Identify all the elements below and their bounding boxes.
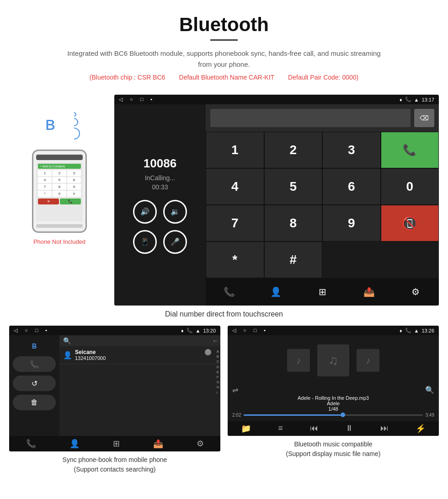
pb-sync-button[interactable]: ↺ — [13, 376, 56, 391]
mute-button[interactable]: 🎤 — [163, 230, 187, 254]
caption-music: Bluetooth music compatible (Support disp… — [286, 440, 381, 459]
phone-screen: + Add to Contacts 1 2 3 4 5 6 7 8 9 * 0 … — [36, 162, 83, 221]
pb-transfer-icon[interactable]: 📤 — [153, 439, 163, 449]
music-screenshot: ◁ ○ □ ▪ ♦ 📞 ▲ 13:26 ♪ ♫ ♪ — [228, 326, 439, 436]
pb-contact-item[interactable]: 👤 Seicane 13241007000 — [59, 346, 220, 364]
transfer-icon[interactable]: 📤 — [360, 283, 378, 301]
phone-key: 6 — [67, 177, 81, 183]
music-ui: ♪ ♫ ♪ ⇌ 🔍 Adele - Rolling In the Deep.mp… — [228, 335, 439, 436]
phone-status-icon: 📞 — [405, 97, 411, 102]
call-number: 10086 — [144, 156, 176, 171]
pb-bottom-bar: 📞 👤 ⊞ 📤 ⚙ — [9, 436, 220, 451]
backspace-button[interactable]: ⌫ — [414, 109, 434, 127]
music-prev-icon[interactable]: ⏮ — [310, 424, 318, 434]
pb-settings-icon[interactable]: ⚙ — [197, 439, 204, 449]
dialpad-input[interactable] — [210, 109, 411, 127]
dial-key-4[interactable]: 4 — [206, 168, 264, 205]
caption-music-line2: (Support display music file name) — [286, 450, 381, 457]
pb-contacts-icon[interactable]: 👤 — [69, 439, 80, 449]
recent-calls-icon[interactable]: 📞 — [220, 283, 238, 301]
back-icon: ◁ — [119, 97, 123, 102]
pb-phone-icon: 📞 — [187, 327, 193, 333]
settings-icon[interactable]: ⚙ — [406, 283, 425, 301]
dial-key-9[interactable]: 9 — [322, 205, 381, 241]
shuffle-icon[interactable]: ⇌ — [232, 386, 238, 394]
music-play-icon[interactable]: ⏸ — [345, 424, 353, 434]
pb-search-bar: 🔍 ← — [59, 335, 220, 346]
contacts-icon[interactable]: 👤 — [267, 283, 285, 301]
subtitle: Integrated with BC6 Bluetooth module, su… — [64, 48, 384, 70]
pb-notif-icon: ▪ — [45, 327, 47, 333]
phone-top-bar — [36, 155, 83, 160]
pb-dialpad-icon[interactable]: ⊞ — [113, 439, 120, 449]
pb-phone-button[interactable]: 📞 — [13, 356, 56, 372]
music-section: ◁ ○ □ ▪ ♦ 📞 ▲ 13:26 ♪ ♫ ♪ — [228, 326, 439, 474]
pb-avatar-icon: 👤 — [63, 351, 72, 359]
music-next-icon[interactable]: ⏭ — [380, 424, 389, 434]
phone-key: # — [67, 191, 81, 197]
album-art-prev: ♪ — [287, 349, 310, 372]
pb-status-bar: ◁ ○ □ ▪ ♦ 📞 ▲ 13:20 — [9, 326, 220, 335]
music-progress-bar: 2:02 3:49 — [232, 413, 434, 418]
pb-contact-info: Seicane 13241007000 — [75, 349, 106, 361]
call-controls-row-1: 🔊 🔉 — [133, 200, 187, 224]
music-notif-icon: ▪ — [264, 327, 266, 333]
music-back-icon: ◁ — [232, 327, 236, 333]
spec-code: Default Pair Code: 0000) — [288, 74, 358, 81]
volume-up-button[interactable]: 🔊 — [133, 200, 157, 224]
transfer-button[interactable]: 📱 — [133, 230, 157, 254]
pb-wifi-icon: ▲ — [196, 328, 201, 333]
dial-key-hash[interactable]: # — [264, 241, 323, 278]
dial-key-2[interactable]: 2 — [264, 132, 323, 168]
dial-key-star[interactable]: * — [206, 241, 264, 278]
track-number: 1/48 — [232, 406, 434, 412]
phone-key: 9 — [67, 184, 81, 190]
pb-sidebar: ʙ 📞 ↺ 🗑 — [9, 335, 59, 436]
dial-key-5[interactable]: 5 — [264, 168, 323, 205]
dial-key-1[interactable]: 1 — [206, 132, 264, 168]
phone-column: ʙ + Add to Contacts 1 2 3 4 5 6 7 — [9, 95, 110, 245]
dial-key-7[interactable]: 7 — [206, 205, 264, 241]
wifi-icon: ▲ — [414, 97, 419, 102]
dial-key-6[interactable]: 6 — [322, 168, 381, 205]
music-clock: 13:26 — [421, 328, 434, 333]
call-icon: 📞 — [403, 144, 416, 156]
call-right-panel: ⌫ 1 2 3 📞 4 5 6 0 7 8 9 — [206, 104, 439, 306]
search-music-icon[interactable]: 🔍 — [425, 386, 434, 394]
phone-key: * — [38, 191, 52, 197]
dial-key-8[interactable]: 8 — [264, 205, 323, 241]
music-home-icon: ○ — [243, 327, 246, 333]
call-red-button[interactable]: 📵 — [381, 205, 439, 241]
dialpad-grid: 1 2 3 📞 4 5 6 0 7 8 9 📵 * — [206, 132, 439, 278]
music-folder-icon[interactable]: 📁 — [241, 424, 251, 434]
call-controls-row-2: 📱 🎤 — [133, 230, 187, 254]
pb-alpha-list: ABCDEFGHI — [217, 349, 219, 395]
music-eq-icon[interactable]: ⚡ — [416, 424, 426, 434]
pb-location-icon: ♦ — [181, 328, 184, 333]
dial-key-0[interactable]: 0 — [381, 168, 439, 205]
pb-delete-button[interactable]: 🗑 — [13, 395, 56, 410]
album-art-main: ♫ — [317, 344, 349, 376]
music-playlist-icon[interactable]: ≡ — [278, 424, 283, 434]
caption-phonebook-line1: Sync phone-book from mobile phone — [63, 456, 167, 463]
music-nav-icons: ◁ ○ □ ▪ — [232, 327, 266, 333]
pb-contact-name: Seicane — [75, 349, 106, 355]
progress-bar-wrap[interactable] — [244, 414, 422, 416]
call-green-button[interactable]: 📞 — [381, 132, 439, 168]
recent-icon: □ — [140, 97, 144, 102]
spec-name: Default Bluetooth Name CAR-KIT — [179, 74, 275, 81]
pb-back-btn[interactable]: ← — [212, 337, 219, 344]
notification-icon: ▪ — [150, 97, 152, 102]
dialpad-icon[interactable]: ⊞ — [313, 283, 331, 301]
progress-bar-fill — [244, 414, 340, 416]
location-icon: ♦ — [400, 97, 402, 102]
pb-recent-icon[interactable]: 📞 — [26, 439, 36, 449]
music-status-bar: ◁ ○ □ ▪ ♦ 📞 ▲ 13:26 — [228, 326, 439, 335]
album-art-next: ♪ — [357, 349, 379, 372]
phone-key: 1 — [38, 170, 52, 176]
caption-phonebook-line2: (Support contacts searching) — [74, 466, 156, 473]
bluetooth-illustration: ʙ — [37, 108, 82, 145]
track-name: Adele - Rolling In the Deep.mp3 — [232, 395, 434, 401]
volume-down-button[interactable]: 🔉 — [163, 200, 187, 224]
dial-key-3[interactable]: 3 — [322, 132, 381, 168]
